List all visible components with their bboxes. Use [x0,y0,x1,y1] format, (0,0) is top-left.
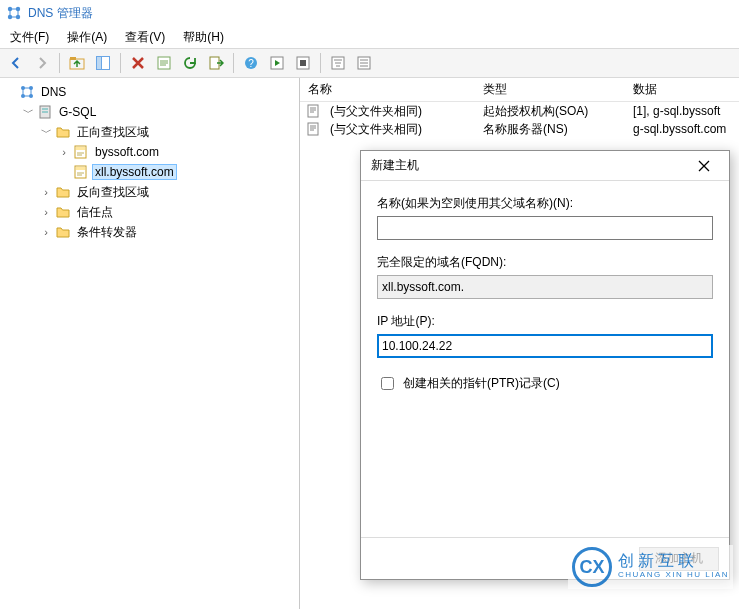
name-label: 名称(如果为空则使用其父域名称)(N): [377,195,713,212]
svg-rect-5 [70,57,76,60]
ptr-label: 创建相关的指针(PTR)记录(C) [403,375,560,392]
dialog-title-bar[interactable]: 新建主机 [361,151,729,181]
window-title: DNS 管理器 [28,5,93,22]
dialog-title: 新建主机 [371,157,419,174]
properties-button[interactable] [152,51,176,75]
menu-view[interactable]: 查看(V) [117,27,173,48]
menu-help[interactable]: 帮助(H) [175,27,232,48]
folder-icon [55,184,71,200]
watermark-logo-icon: CX [572,547,612,587]
tree-label: 信任点 [74,203,116,222]
new-host-dialog: 新建主机 名称(如果为空则使用其父域名称)(N): 完全限定的域名(FQDN):… [360,150,730,580]
filter-button[interactable] [326,51,350,75]
column-data[interactable]: 数据 [625,78,739,101]
tree-node-dns[interactable]: DNS [4,82,299,102]
title-bar: DNS 管理器 [0,0,739,26]
help-button[interactable]: ? [239,51,263,75]
chevron-right-icon[interactable]: › [58,146,70,158]
zone-icon [73,144,89,160]
dialog-body: 名称(如果为空则使用其父域名称)(N): 完全限定的域名(FQDN): IP 地… [361,181,729,537]
toolbar: ? [0,48,739,78]
tree-node-forward-zones[interactable]: ﹀ 正向查找区域 [40,122,299,142]
watermark: CX 创新互联 CHUANG XIN HU LIAN [568,545,733,589]
chevron-down-icon[interactable]: ﹀ [22,106,34,118]
cell-data: [1], g-sql.byssoft [625,103,739,119]
cell-type: 起始授权机构(SOA) [475,102,625,121]
up-button[interactable] [65,51,89,75]
svg-rect-23 [42,111,48,113]
zone-icon [73,164,89,180]
folder-icon [55,224,71,240]
play-button[interactable] [265,51,289,75]
tree-label: byssoft.com [92,144,162,160]
svg-rect-28 [308,105,318,117]
stop-button[interactable] [291,51,315,75]
menu-action[interactable]: 操作(A) [59,27,115,48]
record-icon [306,103,322,119]
list-pane: 名称 类型 数据 (与父文件夹相同) 起始授权机构(SOA) [1], g-sq… [300,78,739,609]
tree-node-conditional-forwarders[interactable]: › 条件转发器 [40,222,299,242]
tree-label: 正向查找区域 [74,123,152,142]
separator [320,53,321,73]
tree-node-reverse-zones[interactable]: › 反向查找区域 [40,182,299,202]
chevron-right-icon[interactable]: › [40,206,52,218]
list-row[interactable]: (与父文件夹相同) 起始授权机构(SOA) [1], g-sql.byssoft [300,102,739,120]
tree-pane[interactable]: DNS ﹀ G-SQL ﹀ [0,78,300,609]
separator [233,53,234,73]
svg-rect-14 [300,60,306,66]
svg-text:?: ? [248,58,254,69]
delete-button[interactable] [126,51,150,75]
chevron-right-icon[interactable]: › [40,186,52,198]
folder-icon [55,124,71,140]
ip-label: IP 地址(P): [377,313,713,330]
tree-node-zone-xll[interactable]: xll.byssoft.com [58,162,299,182]
menu-bar: 文件(F) 操作(A) 查看(V) 帮助(H) [0,26,739,48]
svg-rect-7 [97,57,102,70]
record-icon [306,121,322,137]
list-header: 名称 类型 数据 [300,78,739,102]
tree-label: 反向查找区域 [74,183,152,202]
tree-node-trust-points[interactable]: › 信任点 [40,202,299,222]
column-name[interactable]: 名称 [300,78,475,101]
separator [59,53,60,73]
ip-input[interactable] [377,334,713,358]
svg-rect-22 [42,108,48,110]
svg-rect-27 [76,167,85,170]
list-view-button[interactable] [352,51,376,75]
list-row[interactable]: (与父文件夹相同) 名称服务器(NS) g-sql.byssoft.com [300,120,739,138]
separator [120,53,121,73]
chevron-right-icon[interactable]: › [40,226,52,238]
name-input[interactable] [377,216,713,240]
cell-type: 名称服务器(NS) [475,120,625,139]
tree-label-selected: xll.byssoft.com [92,164,177,180]
refresh-button[interactable] [178,51,202,75]
tree-label: G-SQL [56,104,99,120]
fqdn-input [377,275,713,299]
tree-node-server[interactable]: ﹀ G-SQL [22,102,299,122]
export-button[interactable] [204,51,228,75]
app-icon [6,5,22,21]
back-button[interactable] [4,51,28,75]
tree-label: 条件转发器 [74,223,140,242]
tree-label: DNS [38,84,69,100]
close-icon [698,160,710,172]
watermark-text: 创新互联 [618,553,729,569]
column-type[interactable]: 类型 [475,78,625,101]
server-icon [37,104,53,120]
watermark-subtext: CHUANG XIN HU LIAN [618,569,729,580]
fqdn-label: 完全限定的域名(FQDN): [377,254,713,271]
show-hide-tree-button[interactable] [91,51,115,75]
chevron-down-icon[interactable]: ﹀ [40,126,52,138]
menu-file[interactable]: 文件(F) [2,27,57,48]
ptr-checkbox-row[interactable]: 创建相关的指针(PTR)记录(C) [377,374,713,393]
close-button[interactable] [687,155,721,177]
cell-name: (与父文件夹相同) [322,102,475,121]
cell-data: g-sql.byssoft.com [625,121,739,137]
dns-root-icon [19,84,35,100]
folder-icon [55,204,71,220]
tree-node-zone-byssoft[interactable]: › byssoft.com [58,142,299,162]
ptr-checkbox[interactable] [381,377,394,390]
list-body[interactable]: (与父文件夹相同) 起始授权机构(SOA) [1], g-sql.byssoft… [300,102,739,138]
svg-rect-29 [308,123,318,135]
forward-button[interactable] [30,51,54,75]
